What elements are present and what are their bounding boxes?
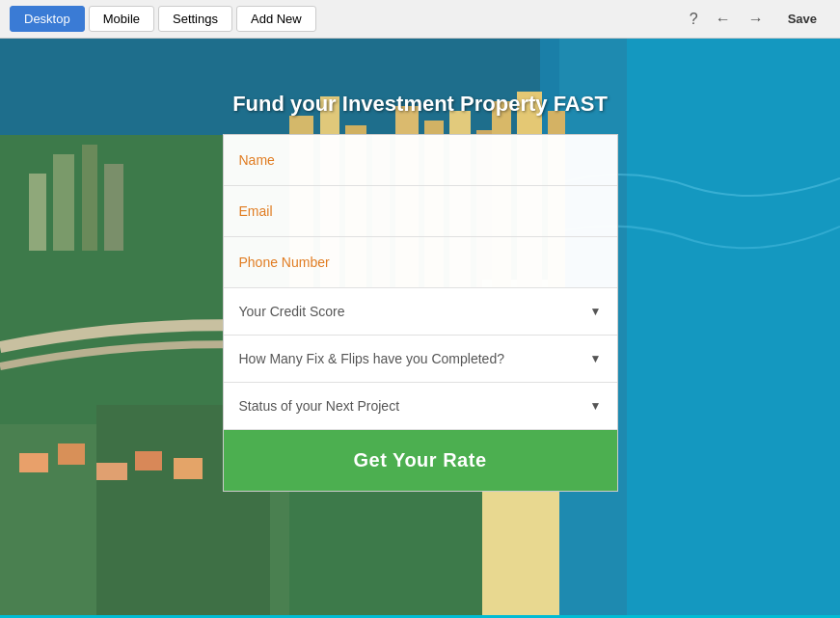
svg-rect-23: [19, 453, 48, 472]
main-content: Fund your Investment Property FAST Your …: [0, 39, 840, 618]
form-card: Your Credit Score ▼ How Many Fix & Flips…: [223, 134, 618, 492]
phone-input[interactable]: [224, 237, 617, 287]
fix-flips-arrow-icon: ▼: [590, 352, 602, 365]
tab-add-new[interactable]: Add New: [236, 6, 316, 32]
credit-score-dropdown[interactable]: Your Credit Score ▼: [224, 288, 617, 336]
tab-settings[interactable]: Settings: [158, 6, 232, 32]
credit-score-arrow-icon: ▼: [590, 305, 602, 318]
svg-rect-26: [135, 451, 162, 470]
form-container: Fund your Investment Property FAST Your …: [223, 92, 618, 492]
toolbar: Desktop Mobile Settings Add New ? ← → Sa…: [0, 0, 840, 39]
next-project-dropdown[interactable]: Status of your Next Project ▼: [224, 383, 617, 430]
next-project-label: Status of your Next Project: [239, 398, 590, 414]
email-input[interactable]: [224, 186, 617, 236]
name-input[interactable]: [224, 135, 617, 185]
save-button[interactable]: Save: [774, 7, 830, 31]
help-button[interactable]: ?: [683, 7, 705, 32]
name-field: [224, 135, 617, 186]
redo-button[interactable]: →: [742, 7, 771, 32]
fix-flips-label: How Many Fix & Flips have you Completed?: [239, 351, 590, 366]
next-project-arrow-icon: ▼: [590, 399, 602, 413]
email-field: [224, 186, 617, 237]
svg-rect-3: [29, 174, 46, 251]
tab-mobile[interactable]: Mobile: [89, 6, 154, 32]
undo-button[interactable]: ←: [709, 7, 738, 32]
svg-rect-5: [82, 145, 97, 251]
page-title: Fund your Investment Property FAST: [223, 92, 618, 117]
credit-score-label: Your Credit Score: [239, 304, 590, 319]
svg-rect-6: [104, 164, 123, 251]
svg-rect-4: [53, 154, 74, 251]
tab-desktop[interactable]: Desktop: [10, 6, 85, 32]
svg-rect-24: [58, 443, 85, 465]
fix-flips-dropdown[interactable]: How Many Fix & Flips have you Completed?…: [224, 336, 617, 383]
svg-rect-25: [96, 463, 127, 480]
svg-rect-27: [174, 458, 203, 479]
svg-rect-17: [627, 39, 840, 618]
get-rate-button[interactable]: Get Your Rate: [224, 430, 617, 491]
phone-field: [224, 237, 617, 288]
